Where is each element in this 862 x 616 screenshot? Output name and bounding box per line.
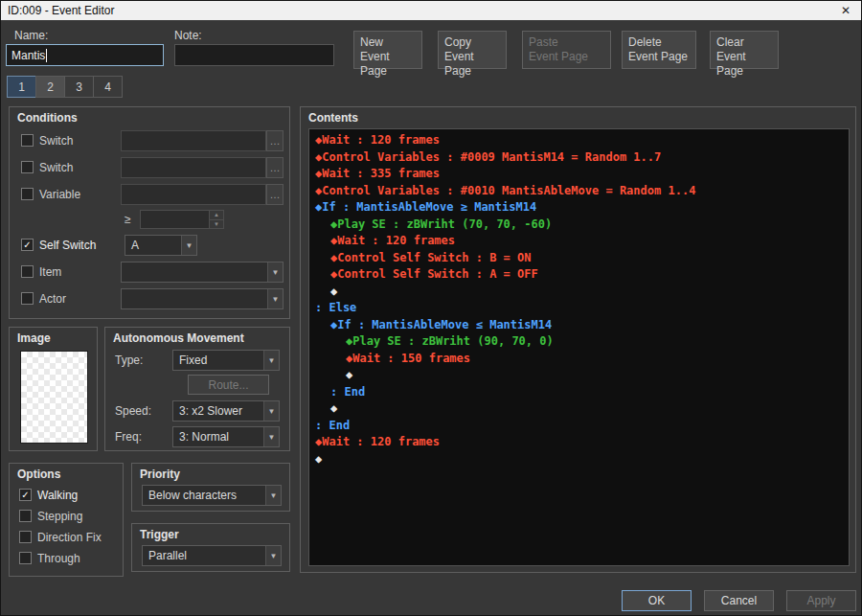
button-label-line: Paste <box>529 35 604 50</box>
apply-button[interactable]: Apply <box>786 590 856 611</box>
new-event-page-button[interactable]: New Event Page <box>353 31 422 69</box>
event-command[interactable]: ◆If : MantisAbleMove ≤ MantisM14 <box>309 317 849 334</box>
ok-button[interactable]: OK <box>622 590 692 611</box>
movement-freq-select[interactable]: 3: Normal ▼ <box>172 426 280 447</box>
event-command[interactable]: ◆ <box>309 400 849 418</box>
close-icon[interactable]: ✕ <box>837 4 854 17</box>
option-stepping-row: Stepping <box>10 506 123 527</box>
self-switch-value: A <box>131 239 139 252</box>
direction-fix-checkbox[interactable] <box>19 531 32 543</box>
switch2-checkbox[interactable] <box>21 161 34 173</box>
movement-freq-label: Freq: <box>115 426 142 447</box>
event-command[interactable]: ◆Play SE : zBWriht (70, 70, -60) <box>309 217 849 234</box>
variable-checkbox[interactable] <box>21 188 34 200</box>
movement-speed-label: Speed: <box>115 400 151 422</box>
event-command-list[interactable]: ◆Wait : 120 frames◆Control Variables : #… <box>308 128 850 566</box>
conditions-title: Conditions <box>17 111 78 125</box>
window-title: ID:009 - Event Editor <box>8 4 114 17</box>
name-input[interactable]: Mantis <box>6 44 164 66</box>
note-label: Note: <box>174 29 202 42</box>
stepping-checkbox[interactable] <box>19 510 32 522</box>
variable-value[interactable] <box>121 184 266 205</box>
movement-type-select[interactable]: Fixed ▼ <box>172 350 280 371</box>
option-walking-row: ✓ Walking <box>10 485 123 506</box>
priority-value: Below characters <box>148 489 237 502</box>
tab-page-3[interactable]: 3 <box>64 76 94 98</box>
clear-event-page-button[interactable]: Clear Event Page <box>710 31 779 69</box>
tab-page-1[interactable]: 1 <box>7 76 36 98</box>
condition-variable-row: Variable … <box>10 184 289 205</box>
chevron-down-icon: ▼ <box>181 236 196 255</box>
movement-freq-value: 3: Normal <box>179 430 229 444</box>
switch2-value[interactable] <box>121 157 266 178</box>
self-switch-select[interactable]: A ▼ <box>125 235 197 256</box>
delete-event-page-button[interactable]: Delete Event Page <box>622 31 696 69</box>
event-command[interactable]: ◆Control Variables : #0010 MantisAbleMov… <box>309 183 849 200</box>
button-label-line: Event Page <box>628 50 690 64</box>
event-command[interactable]: : End <box>309 418 849 435</box>
event-command[interactable]: ◆Control Variables : #0009 MantisM14 = R… <box>309 149 849 167</box>
spin-down-icon[interactable]: ▼ <box>210 220 223 229</box>
chevron-down-icon: ▼ <box>265 486 281 505</box>
event-command[interactable]: ◆Wait : 120 frames <box>309 132 849 149</box>
walking-checkbox[interactable]: ✓ <box>19 489 32 501</box>
trigger-select[interactable]: Parallel ▼ <box>142 545 282 566</box>
paste-event-page-button[interactable]: Paste Event Page <box>522 31 611 69</box>
through-checkbox[interactable] <box>19 552 32 564</box>
priority-select[interactable]: Below characters ▼ <box>142 485 282 506</box>
spin-up-icon[interactable]: ▲ <box>210 211 223 220</box>
switch1-checkbox[interactable] <box>21 134 34 147</box>
tab-page-4[interactable]: 4 <box>93 76 123 98</box>
route-button[interactable]: Route... <box>188 375 269 395</box>
event-command[interactable]: ◆Wait : 335 frames <box>309 166 849 183</box>
event-command[interactable]: ◆ <box>309 367 849 384</box>
contents-group: Contents ◆Wait : 120 frames◆Control Vari… <box>300 106 856 573</box>
tab-page-2[interactable]: 2 <box>35 76 65 98</box>
event-command[interactable]: ◆Control Self Switch : B = ON <box>309 250 849 267</box>
event-editor-window: ID:009 - Event Editor ✕ Name: Mantis Not… <box>0 0 862 616</box>
event-command[interactable]: ◆Wait : 150 frames <box>309 351 849 368</box>
cancel-button[interactable]: Cancel <box>704 590 774 611</box>
name-value: Mantis <box>11 49 45 62</box>
condition-item-row: Item ▼ <box>10 262 289 283</box>
spinner-arrows[interactable]: ▲ ▼ <box>209 211 223 228</box>
options-group: Options ✓ Walking Stepping Direction Fix… <box>9 463 124 577</box>
variable-threshold-spinner[interactable]: ▲ ▼ <box>140 210 224 229</box>
event-command[interactable]: ◆If : MantisAbleMove ≥ MantisM14 <box>309 199 849 217</box>
actor-checkbox[interactable] <box>21 292 34 305</box>
event-command[interactable]: : Else <box>309 300 849 317</box>
item-label: Item <box>39 262 61 283</box>
movement-title: Autonomous Movement <box>113 331 244 345</box>
button-label-line: Copy <box>444 35 500 50</box>
event-command[interactable]: ◆Wait : 120 frames <box>309 434 849 451</box>
switch1-value[interactable] <box>121 130 266 151</box>
switch2-more-button[interactable]: … <box>266 157 284 178</box>
trigger-title: Trigger <box>140 528 179 541</box>
event-command[interactable]: ◆Wait : 120 frames <box>309 233 849 250</box>
event-command[interactable]: ◆Control Self Switch : A = OFF <box>309 266 849 284</box>
self-switch-checkbox[interactable]: ✓ <box>21 239 34 251</box>
actor-select[interactable]: ▼ <box>121 288 284 309</box>
switch2-label: Switch <box>39 157 73 178</box>
condition-self-switch-row: ✓ Self Switch A ▼ <box>10 235 289 256</box>
button-label-line: Delete <box>628 35 690 50</box>
copy-event-page-button[interactable]: Copy Event Page <box>438 31 507 69</box>
item-checkbox[interactable] <box>21 265 34 278</box>
note-input[interactable] <box>174 44 334 66</box>
trigger-value: Parallel <box>148 549 187 562</box>
event-image-box[interactable] <box>20 351 88 444</box>
button-label-line: Event Page <box>444 50 500 79</box>
event-command[interactable]: ◆ <box>309 284 849 301</box>
variable-more-button[interactable]: … <box>266 184 284 205</box>
condition-actor-row: Actor ▼ <box>10 288 289 309</box>
movement-speed-select[interactable]: 3: x2 Slower ▼ <box>172 400 280 422</box>
button-label-line: Clear <box>716 35 772 50</box>
chevron-down-icon: ▼ <box>263 401 279 421</box>
event-command[interactable]: : End <box>309 384 849 401</box>
gte-label: ≥ <box>125 209 131 230</box>
event-command[interactable]: ◆Play SE : zBWriht (90, 70, 0) <box>309 333 849 351</box>
switch1-more-button[interactable]: … <box>266 130 284 151</box>
event-command[interactable]: ◆ <box>309 451 849 468</box>
item-select[interactable]: ▼ <box>121 262 284 283</box>
button-label-line: Event Page <box>716 50 772 79</box>
